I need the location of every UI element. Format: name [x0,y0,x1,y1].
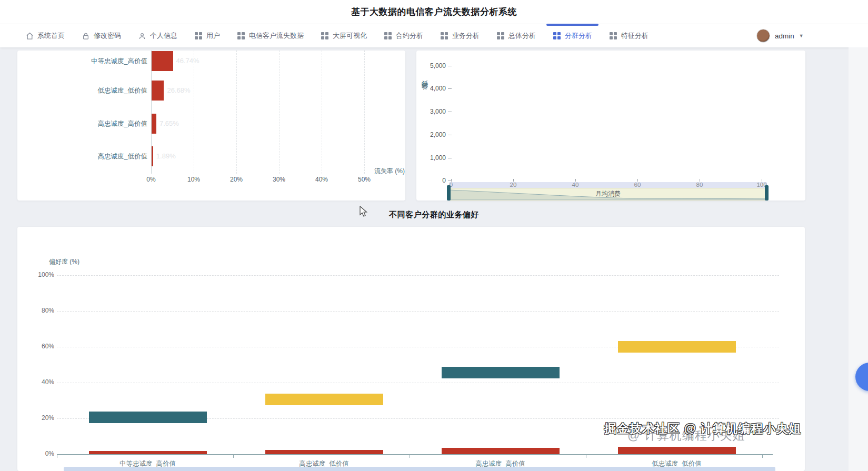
apps-icon [384,32,392,40]
home-icon [25,32,34,40]
x-tick-label: 60 [628,182,647,188]
datazoom-label: 月均消费 [449,189,767,198]
apps-icon [194,32,203,40]
user-name: admin [775,32,794,40]
x-tick-label: 40% [311,176,332,183]
gridline [57,275,779,276]
y-tick-mark [448,88,452,89]
nav-item-label: 业务分析 [452,31,480,41]
nav-item-label: 电信客户流失数据 [249,31,304,41]
y-tick-label: 0% [27,450,54,457]
nav-item-change-password[interactable]: 修改密码 [82,24,121,47]
gridline [279,51,280,174]
nav-item-cluster-analysis[interactable]: 分群分析 [553,24,592,47]
y-tick-label: 2,000 [420,131,446,138]
datazoom-track[interactable] [449,182,767,188]
nav-item-label: 个人信息 [150,31,177,41]
segment-bar [442,367,560,378]
bar [152,146,153,166]
apps-icon [496,32,505,40]
bar-value-label: 7.65% [159,114,179,134]
baseline-bar [442,448,560,454]
y-tick-mark [448,66,452,66]
gridline [57,311,779,312]
nav-item-overall-analysis[interactable]: 总体分析 [496,24,536,47]
x-tick-mark [586,455,586,458]
category-label: 中等忠诚度_高价值 [17,51,147,71]
watermark-front: 掘金技术社区 @ 计算机编程小央姐 [604,420,801,437]
y-tick-label: 5,000 [420,62,446,69]
user-menu[interactable]: admin ▼ [756,24,804,47]
x-axis-name: 流失率 (%) [374,167,405,176]
gridline [322,51,322,174]
y-axis-name: 偏好度 (%) [49,257,79,266]
x-tick-mark [410,455,410,458]
bar-value-label: 26.68% [167,81,190,101]
y-tick-mark [448,135,452,135]
apps-icon [237,32,245,40]
category-label: 高忠诚度_低价值 [17,146,147,166]
x-tick-mark [57,455,57,458]
y-tick-label: 40% [27,378,54,386]
gridline [236,51,237,174]
category-label: 高忠诚度_高价值 [17,114,147,134]
bar [152,51,173,71]
x-tick-label: 10% [183,176,204,183]
datazoom-handle-left[interactable] [447,185,451,201]
lock-icon [82,32,90,40]
app-header: 基于大数据的电信客户流失数据分析系统 [0,0,868,24]
page-title: 基于大数据的电信客户流失数据分析系统 [351,6,517,18]
nav-item-profile[interactable]: 个人信息 [138,24,177,47]
nav-item-feature-analysis[interactable]: 特征分析 [609,24,648,47]
nav-item-big-screen[interactable]: 大屏可视化 [321,24,367,47]
y-tick-label: 3,000 [420,108,446,115]
navbar: 系统首页修改密码个人信息用户电信客户流失数据大屏可视化合约分析业务分析总体分析分… [0,24,868,47]
bar [152,114,156,134]
segment-bar [618,341,736,353]
segment-bar [89,412,207,423]
app-root: { "header": { "title": "基于大数据的电信客户流失数据分析… [0,0,868,471]
datazoom-strip[interactable] [64,467,775,471]
gridline [57,383,779,383]
category-label: 低忠诚度_低价值 [17,81,147,101]
x-tick-label: 0% [141,176,162,183]
x-tick-label: 80 [690,182,709,188]
scrollbar-track[interactable] [849,47,868,471]
consumption-scatter-chart: 总消费5,0004,0003,0002,0001,000002040608010… [416,51,805,201]
nav-item-users[interactable]: 用户 [194,24,220,47]
x-tick-mark [233,455,234,458]
nav-item-label: 合约分析 [396,31,423,41]
x-tick-mark [762,455,763,458]
x-tick-label: 30% [268,176,290,183]
bar-value-label: 1.89% [156,146,176,166]
baseline-bar [618,447,736,454]
nav-item-label: 大屏可视化 [333,31,367,41]
y-tick-label: 20% [27,414,54,422]
segment-bar [265,394,383,405]
apps-icon [553,32,561,40]
nav-item-telecom-churn-data[interactable]: 电信客户流失数据 [237,24,304,47]
nav-item-label: 用户 [206,31,220,41]
apps-icon [321,32,329,40]
nav-item-home[interactable]: 系统首页 [25,24,65,47]
y-tick-label: 80% [27,307,54,314]
active-tab-indicator [546,24,598,26]
y-tick-label: 1,000 [420,154,446,162]
datazoom-handle-right[interactable] [765,185,769,201]
nav-item-contract-analysis[interactable]: 合约分析 [384,24,423,47]
nav-item-label: 修改密码 [94,31,121,41]
x-tick-label: 0 [442,182,461,188]
section-title: 不同客户分群的业务偏好 [389,210,479,219]
x-axis-line [57,454,773,455]
bar-value-label: 46.74% [176,51,199,71]
nav-item-business-analysis[interactable]: 业务分析 [440,24,480,47]
y-tick-mark [448,112,452,112]
x-tick-label: 20% [226,176,247,183]
y-tick-mark [448,158,452,158]
baseline-bar [89,451,207,454]
y-tick-label: 100% [27,271,54,278]
user-icon [138,32,146,40]
baseline-bar [265,450,383,454]
avatar[interactable] [756,29,770,43]
nav-item-label: 总体分析 [508,31,536,41]
